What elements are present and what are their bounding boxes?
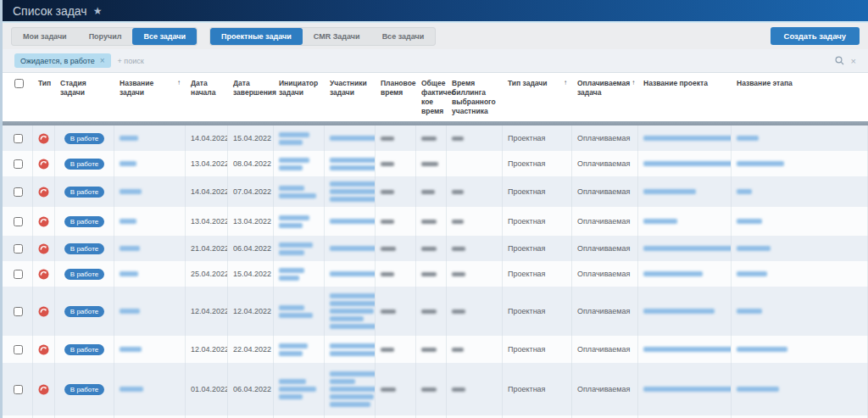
task-name-cell[interactable] <box>114 363 186 415</box>
participants-cell[interactable] <box>325 125 376 151</box>
stage-name-cell[interactable] <box>732 363 868 415</box>
favorite-star-icon[interactable]: ★ <box>93 5 103 17</box>
project-name-cell[interactable] <box>638 261 732 287</box>
initiator-cell[interactable] <box>274 207 325 236</box>
column-header[interactable]: Стадия задачи <box>55 73 114 121</box>
participants-cell[interactable] <box>325 261 376 287</box>
column-header[interactable] <box>3 73 33 121</box>
column-header[interactable]: Название задачи ↑ <box>114 73 186 121</box>
row-checkbox[interactable] <box>14 244 23 254</box>
task-name-cell[interactable] <box>114 207 186 236</box>
participants-cell[interactable] <box>325 363 376 415</box>
table-row[interactable]: В работе 12.04.2022 22.04.2022 Проектная… <box>3 336 868 363</box>
participants-cell[interactable] <box>325 176 376 207</box>
initiator-cell[interactable] <box>274 336 325 363</box>
row-checkbox[interactable] <box>14 345 23 354</box>
chip-close-icon[interactable]: × <box>100 56 105 65</box>
clear-search-icon[interactable]: × <box>851 56 856 66</box>
column-header[interactable]: Тип <box>33 73 55 121</box>
redacted-text <box>330 371 376 376</box>
table-row[interactable]: В работе 14.04.2022 15.04.2022 Проектная… <box>3 125 868 151</box>
search-icon[interactable] <box>835 56 844 65</box>
project-name-cell[interactable] <box>638 287 732 336</box>
project-name-cell[interactable] <box>638 151 732 176</box>
column-header[interactable]: Дата начала <box>186 73 228 121</box>
column-header[interactable]: Участники задачи <box>325 73 376 121</box>
tab-все-задачи[interactable]: Все задачи <box>371 28 436 45</box>
project-name-cell[interactable] <box>638 363 732 415</box>
stage-name-cell[interactable] <box>732 176 868 207</box>
task-name-cell[interactable] <box>114 125 186 151</box>
project-name-cell[interactable] <box>638 125 732 151</box>
stage-name-cell[interactable] <box>732 151 868 176</box>
row-checkbox[interactable] <box>14 385 23 394</box>
project-name-cell[interactable] <box>638 336 732 363</box>
task-name-cell[interactable] <box>114 336 186 363</box>
initiator-cell[interactable] <box>274 176 325 207</box>
task-name-cell[interactable] <box>114 176 186 207</box>
initiator-cell[interactable] <box>274 125 325 151</box>
project-name-cell[interactable] <box>638 236 732 261</box>
participants-cell[interactable] <box>325 287 376 336</box>
column-header[interactable]: Общее фактичес кое время <box>416 73 447 121</box>
column-header[interactable]: Инициатор задачи <box>274 73 325 121</box>
row-checkbox[interactable] <box>14 270 23 279</box>
stage-name-cell[interactable] <box>732 287 868 336</box>
redacted-text <box>643 161 732 166</box>
planned-time-cell <box>376 207 416 236</box>
table-row[interactable]: В работе 21.04.2022 06.04.2022 Проектная… <box>3 236 868 261</box>
project-name-cell[interactable] <box>638 176 732 207</box>
task-name-cell[interactable] <box>114 151 186 176</box>
select-all-checkbox[interactable] <box>14 79 24 88</box>
column-header[interactable]: Оплачиваемая задача ↑ <box>572 73 638 121</box>
project-name-cell[interactable] <box>638 207 732 236</box>
initiator-cell[interactable] <box>274 236 325 261</box>
tab-проектные-задачи[interactable]: Проектные задачи <box>210 28 303 45</box>
initiator-cell[interactable] <box>274 287 325 336</box>
task-name-cell[interactable] <box>114 261 186 287</box>
column-header[interactable]: Время биллинга выбранного участника <box>447 73 503 121</box>
initiator-cell[interactable] <box>274 151 325 176</box>
task-name-cell[interactable] <box>114 287 186 336</box>
table-row[interactable]: В работе 12.04.2022 12.04.2022 Проектная… <box>3 287 868 336</box>
table-row[interactable]: В работе 25.04.2022 15.04.2022 Проектная… <box>3 261 868 287</box>
stage-name-cell[interactable] <box>732 125 868 151</box>
tab-cmr-задачи[interactable]: CMR Задачи <box>303 28 371 45</box>
tab-все-задачи[interactable]: Все задачи <box>132 28 197 45</box>
task-type-value: Проектная <box>508 134 546 142</box>
row-checkbox[interactable] <box>14 134 23 143</box>
participants-cell[interactable] <box>325 207 376 236</box>
sort-arrow-icon[interactable]: ↑ <box>630 79 635 87</box>
table-row[interactable]: В работе 13.04.2022 08.04.2022 Проектная… <box>3 151 868 176</box>
initiator-cell[interactable] <box>274 261 325 287</box>
column-header[interactable]: Дата завершения <box>228 73 274 121</box>
table-row[interactable]: В работе 14.04.2022 07.04.2022 Проектная… <box>3 176 868 207</box>
table-row[interactable]: В работе 01.04.2022 06.04.2022 Проектная… <box>3 363 868 415</box>
stage-name-cell[interactable] <box>732 336 868 363</box>
row-checkbox[interactable] <box>14 187 23 197</box>
column-header[interactable]: Название проекта <box>638 73 732 121</box>
sort-arrow-icon[interactable]: ↑ <box>175 79 181 87</box>
create-task-button[interactable]: Создать задачу <box>771 27 860 45</box>
column-header[interactable]: Название этапа <box>732 73 868 121</box>
column-header[interactable]: Тип задачи ↑ <box>503 73 572 121</box>
initiator-cell[interactable] <box>274 363 325 415</box>
row-checkbox[interactable] <box>14 217 23 226</box>
stage-name-cell[interactable] <box>732 207 868 236</box>
table-row[interactable]: В работе 13.04.2022 13.04.2022 Проектная… <box>3 207 868 236</box>
participants-cell[interactable] <box>325 236 376 261</box>
task-name-cell[interactable] <box>114 236 186 261</box>
row-checkbox[interactable] <box>14 159 23 169</box>
tab-мои-задачи[interactable]: Мои задачи <box>12 28 78 45</box>
tab-поручил[interactable]: Поручил <box>78 28 133 45</box>
row-checkbox[interactable] <box>14 307 23 316</box>
column-header[interactable]: Плановое время <box>376 73 416 121</box>
sort-arrow-icon[interactable]: ↑ <box>562 79 567 87</box>
stage-name-cell[interactable] <box>732 261 868 287</box>
search-input[interactable]: + поиск <box>118 57 828 65</box>
participants-cell[interactable] <box>325 151 376 176</box>
filter-chip-status[interactable]: Ожидается, в работе × <box>14 53 111 68</box>
task-type-icon <box>38 159 49 170</box>
stage-name-cell[interactable] <box>732 236 868 261</box>
participants-cell[interactable] <box>325 336 376 363</box>
